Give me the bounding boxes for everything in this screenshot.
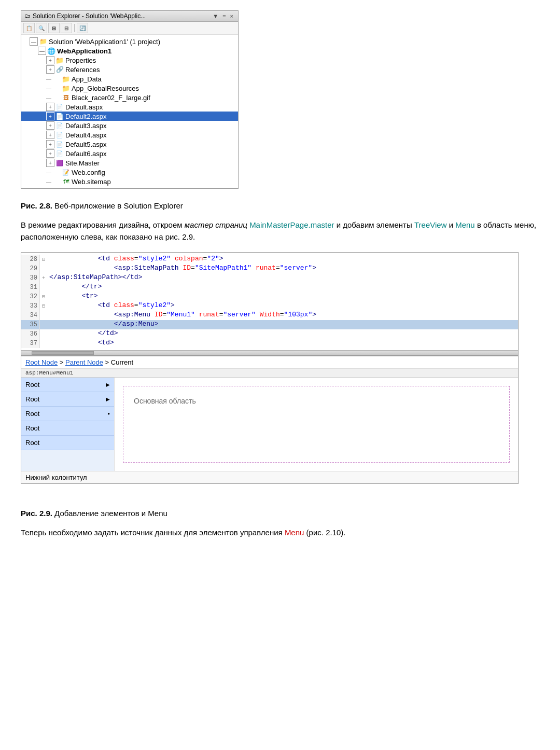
default2-label: Default2.aspx [65,113,107,120]
expand-solution[interactable]: — [30,37,38,46]
code-line-32: 32 ⊟ <tr> [21,292,518,301]
line-num-37: 37 [21,339,40,348]
expand-35 [40,320,47,329]
expand-default6[interactable]: + [46,149,54,158]
references-label: References [65,66,100,74]
toolbar-copy-button[interactable]: 📋 [23,23,35,33]
menu-arrow-2: ▶ [106,396,110,402]
tree-item-default5[interactable]: + 📄 Default5.aspx [21,140,238,149]
fig29-text: Добавление элементов и Menu [52,509,167,518]
design-menu-column: Root ▶ Root ▶ Root ● Root Root [21,378,115,471]
menu-item-3-label: Root [25,410,39,418]
fig29-caption: Рис. 2.9. Добавление элементов и Menu [21,509,539,518]
code-line-30: 30 + </asp:SiteMapPath></td> [21,273,518,283]
expand-properties[interactable]: + [46,56,54,64]
menu-item-4[interactable]: Root [21,421,114,436]
line-num-31: 31 [21,283,40,292]
body2-highlight: Menu [285,528,304,537]
expand-32[interactable]: ⊟ [40,292,47,301]
menu-item-3[interactable]: Root ● [21,407,114,421]
solution-explorer-panel: 🗂 Solution Explorer - Solution 'WebAppli… [21,10,239,189]
expand-default5[interactable]: + [46,140,54,148]
solution-tree: — 📁 Solution 'WebApplication1' (1 projec… [21,35,238,188]
line-content-36: </td> [47,329,518,339]
breadcrumb-root[interactable]: Root Node [25,358,58,366]
body1-after2: и [446,220,455,229]
webapp-label: WebApplication1 [57,47,111,55]
tree-item-default3[interactable]: + 📄 Default3.aspx [21,121,238,130]
line-content-37: <td> [47,339,518,348]
pin-button[interactable]: ▼ [211,13,220,19]
expand-references[interactable]: + [46,65,54,74]
line-connector: — [46,86,51,91]
design-panel: Root Node > Parent Node > Current asp:Me… [21,356,519,484]
close-icon[interactable]: × [229,13,235,19]
design-main-text: Основная область [134,397,196,405]
tree-item-default6[interactable]: + 📄 Default6.aspx [21,149,238,158]
design-footer: Нижний колонтитул [21,471,518,483]
menu-item-5[interactable]: Root [21,436,114,450]
expand-default1[interactable]: + [46,103,54,111]
line-content-30: </asp:SiteMapPath></td> [47,273,518,283]
design-right-col: Основная область [115,378,518,471]
code-design-wrapper: 28 ⊟ <td class="style2" colspan="2"> 29 … [21,252,519,496]
line-content-35: </asp:Menu> [47,320,518,329]
expand-default3[interactable]: + [46,121,54,130]
tree-item-master[interactable]: + 🟪 Site.Master [21,158,238,168]
expand-default2[interactable]: + [46,112,54,120]
expand-30[interactable]: + [40,273,47,283]
body1-after1: и добавим элементы [334,220,414,229]
solution-icon: 📁 [39,37,47,46]
tree-item-default1[interactable]: + 📄 Default.aspx [21,102,238,112]
expand-default4[interactable]: + [46,131,54,139]
tree-item-image[interactable]: — 🖼 Black_racer02_F_large.gif [21,93,238,102]
menu-item-1-label: Root [25,381,39,388]
tree-item-solution[interactable]: — 📁 Solution 'WebApplication1' (1 projec… [21,37,238,46]
tree-item-webapp[interactable]: — 🌐 WebApplication1 [21,46,238,55]
tree-item-appdata[interactable]: — 📁 App_Data [21,74,238,84]
menu-item-5-label: Root [25,439,39,447]
default3-label: Default3.aspx [65,122,107,130]
properties-label: Properties [65,57,96,64]
toolbar-refresh-button[interactable]: 🔄 [77,23,88,33]
titlebar-title: Solution Explorer - Solution 'WebApplic.… [33,12,146,20]
menu-item-2-label: Root [25,395,39,403]
line-num-32: 32 [21,292,40,301]
toolbar-search-button[interactable]: 🔍 [36,23,47,33]
tree-item-default4[interactable]: + 📄 Default4.aspx [21,130,238,140]
expand-28[interactable]: ⊟ [40,255,47,264]
code-scrollbar[interactable] [21,350,518,355]
breadcrumb-parent[interactable]: Parent Node [65,358,103,366]
line-connector: — [46,179,51,185]
tree-item-appglobal[interactable]: — 📁 App_GlobalResources [21,84,238,93]
tree-item-references[interactable]: + 🔗 References [21,65,238,74]
expand-webapp[interactable]: — [38,47,46,55]
toolbar-expand-button[interactable]: ⊞ [48,23,60,33]
config-icon: 📝 [62,168,70,176]
line-connector: — [46,95,51,101]
tree-item-properties[interactable]: + 📁 Properties [21,55,238,65]
toolbar-collapse-button[interactable]: ⊟ [61,23,72,33]
menu-item-1[interactable]: Root ▶ [21,378,114,392]
dock-button[interactable]: = [221,13,227,19]
tree-item-default2[interactable]: + 📄 Default2.aspx [21,112,238,121]
menu-arrow-1: ▶ [106,382,110,387]
design-main-area: Основная область [123,386,510,463]
design-layout: Root ▶ Root ▶ Root ● Root Root [21,378,518,471]
line-content-29: <asp:SiteMapPath ID="SiteMapPath1" runat… [47,264,518,273]
expand-36 [40,329,47,339]
tree-item-webconfig[interactable]: — 📝 Web.config [21,168,238,177]
line-content-31: </tr> [47,283,518,292]
titlebar-controls[interactable]: ▼ = × [211,13,235,19]
line-num-33: 33 [21,301,40,311]
fig28-bold: Рис. 2.8. [21,201,52,210]
webapp-icon: 🌐 [47,47,55,55]
line-content-34: <asp:Menu ID="Menu1" runat="server" Widt… [47,311,518,320]
aspx-icon: 📄 [55,149,64,158]
expand-master[interactable]: + [46,159,54,167]
code-line-35: 35 </asp:Menu> [21,320,518,329]
tree-item-sitemap[interactable]: — 🗺 Web.sitemap [21,177,238,186]
menu-item-2[interactable]: Root ▶ [21,392,114,407]
body2-after: (рис. 2.10). [304,528,345,537]
expand-33[interactable]: ⊟ [40,301,47,311]
